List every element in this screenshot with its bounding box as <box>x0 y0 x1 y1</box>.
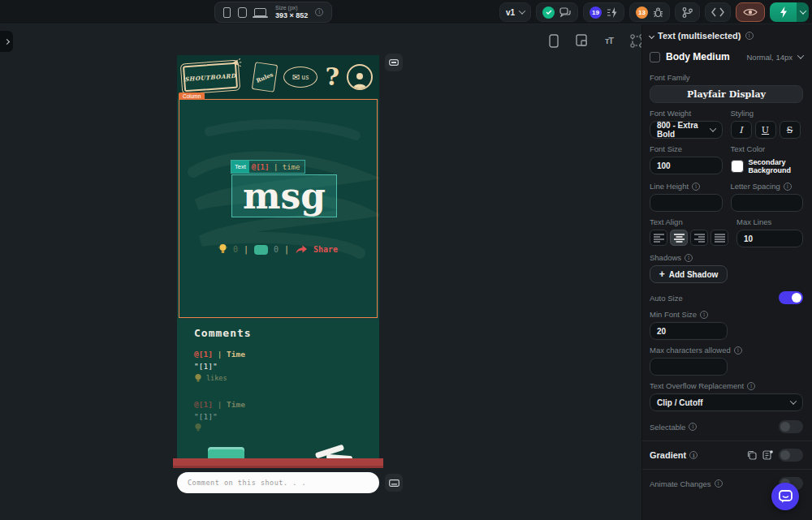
align-justify-button[interactable] <box>710 230 728 246</box>
min-font-size-info-icon[interactable] <box>700 311 708 319</box>
font-size-label: Font Size <box>650 144 723 153</box>
size-info-icon[interactable] <box>315 8 323 16</box>
italic-button[interactable]: I <box>731 121 752 139</box>
letter-spacing-info-icon[interactable] <box>784 183 792 191</box>
collapse-caret-icon <box>649 32 654 38</box>
overflow-info-icon[interactable] <box>747 382 755 390</box>
code-icon <box>711 7 724 17</box>
version-dropdown[interactable]: v1 <box>499 2 531 22</box>
help-button[interactable]: ? <box>325 65 339 89</box>
eye-icon <box>743 7 758 17</box>
app-window: Size (px) 393 × 852 v1 19 13 <box>0 0 812 520</box>
properties-panel: Text (multiselected) Body Medium Normal,… <box>641 24 812 520</box>
max-chars-input[interactable] <box>650 358 728 376</box>
text-color-control[interactable]: Secondary Background <box>731 157 804 176</box>
shadows-info-icon[interactable] <box>685 254 693 262</box>
page-overlay-button[interactable] <box>572 31 591 50</box>
strikethrough-button[interactable]: S <box>780 121 801 139</box>
panel-header[interactable]: Text (multiselected) <box>650 31 803 41</box>
line-height-input[interactable] <box>650 194 723 212</box>
selected-message-text[interactable]: msg <box>231 174 337 217</box>
project-issues-button[interactable]: 13 <box>629 2 670 22</box>
chalk-tray-decoration <box>173 458 383 468</box>
lightbulb-icon[interactable] <box>194 423 202 433</box>
overflow-dropdown[interactable]: Clip / Cutoff <box>650 393 803 411</box>
lightbulb-icon[interactable] <box>194 373 202 384</box>
canvas-toolbar: тT <box>544 31 646 50</box>
align-left-button[interactable] <box>650 230 667 246</box>
run-button[interactable] <box>770 2 809 22</box>
branch-button[interactable] <box>675 2 700 22</box>
animate-info-icon[interactable] <box>715 479 723 488</box>
max-lines-input[interactable]: 10 <box>736 230 803 247</box>
theme-settings-icon[interactable] <box>762 450 773 460</box>
keyboard-toggle-button[interactable] <box>385 474 403 492</box>
topbar-actions: v1 19 13 <box>499 2 809 23</box>
plus-icon <box>659 269 665 280</box>
letter-spacing-label: Letter Spacing <box>731 182 804 191</box>
chat-smile-icon <box>779 490 793 503</box>
selectable-info-icon[interactable] <box>689 423 697 431</box>
column-tag[interactable]: Column <box>179 92 205 100</box>
contact-us-button[interactable]: ✉ us <box>283 67 317 88</box>
text-align-label: Text Align <box>650 217 728 226</box>
text-scale-button[interactable]: тT <box>599 31 619 50</box>
actions-required-button[interactable]: 19 <box>583 2 624 22</box>
app-logo-text: SHOUTBOARD <box>184 71 236 82</box>
comment-item[interactable]: @[1] | Time "[1]" likes <box>194 348 245 385</box>
underline-button[interactable]: U <box>755 121 776 139</box>
profile-avatar-button[interactable] <box>347 64 373 90</box>
selectable-toggle[interactable] <box>779 420 803 433</box>
lightbulb-icon[interactable] <box>218 243 227 256</box>
size-label: Size (px) <box>275 5 308 11</box>
share-label[interactable]: Share <box>313 245 338 254</box>
shout-meta-text[interactable]: Text@[1] | time <box>231 160 305 174</box>
comment-bubble-icon[interactable] <box>254 245 268 255</box>
add-shadow-button[interactable]: Add Shadow <box>650 265 728 283</box>
left-panel-collapse-tab[interactable] <box>0 31 13 52</box>
auto-size-toggle[interactable] <box>779 291 803 304</box>
app-header: SHOUTBOARD Rules ✉ us ? <box>177 55 379 99</box>
font-family-button[interactable]: Playfair Display <box>650 85 803 103</box>
page-frame-icon <box>576 34 588 47</box>
line-height-label: Line Height <box>650 182 723 191</box>
app-canvas[interactable]: SHOUTBOARD Rules ✉ us ? Column <box>177 55 379 497</box>
support-chat-fab[interactable] <box>771 483 799 510</box>
chevron-down-icon <box>519 7 525 14</box>
font-weight-value: 800 - Extra Bold <box>657 121 710 139</box>
review-comments-button[interactable] <box>536 2 578 22</box>
theme-style-checkbox[interactable] <box>650 52 660 62</box>
align-center-button[interactable] <box>670 230 688 246</box>
color-swatch[interactable] <box>731 160 744 173</box>
shout-handle: @[1] <box>252 163 270 171</box>
gradient-toggle[interactable] <box>779 449 803 462</box>
share-arrow-icon[interactable] <box>295 245 308 254</box>
rules-button[interactable]: Rules <box>252 62 278 92</box>
comment-item[interactable]: @[1] | Time "[1]" <box>194 398 245 433</box>
code-view-button[interactable] <box>705 2 731 22</box>
person-icon <box>352 71 368 88</box>
align-right-button[interactable] <box>690 230 708 246</box>
comment-input[interactable]: Comment on this shout. . . <box>177 472 379 493</box>
phone-device-icon[interactable] <box>223 7 231 18</box>
styling-label: Styling <box>731 109 804 118</box>
hide-ui-button[interactable] <box>385 54 403 71</box>
max-chars-info-icon[interactable] <box>734 346 742 355</box>
line-height-info-icon[interactable] <box>692 183 700 191</box>
tablet-device-icon[interactable] <box>238 7 247 18</box>
copy-style-icon[interactable] <box>747 450 757 460</box>
device-frame-toggle-button[interactable] <box>544 31 564 50</box>
animate-changes-label: Animate Changes <box>650 479 723 488</box>
keyboard-icon <box>389 479 400 487</box>
run-options-caret[interactable] <box>797 2 809 22</box>
panel-info-icon[interactable] <box>745 32 754 40</box>
letter-spacing-input[interactable] <box>731 194 804 212</box>
min-font-size-input[interactable]: 20 <box>650 322 728 340</box>
font-size-input[interactable]: 100 <box>650 157 723 174</box>
gradient-info-icon[interactable] <box>689 451 698 459</box>
theme-style-row[interactable]: Body Medium Normal, 14px <box>650 47 803 67</box>
desktop-device-icon[interactable] <box>254 8 266 16</box>
preview-button[interactable] <box>736 2 765 22</box>
font-weight-dropdown[interactable]: 800 - Extra Bold <box>650 121 723 139</box>
app-logo[interactable]: SHOUTBOARD <box>183 62 238 92</box>
